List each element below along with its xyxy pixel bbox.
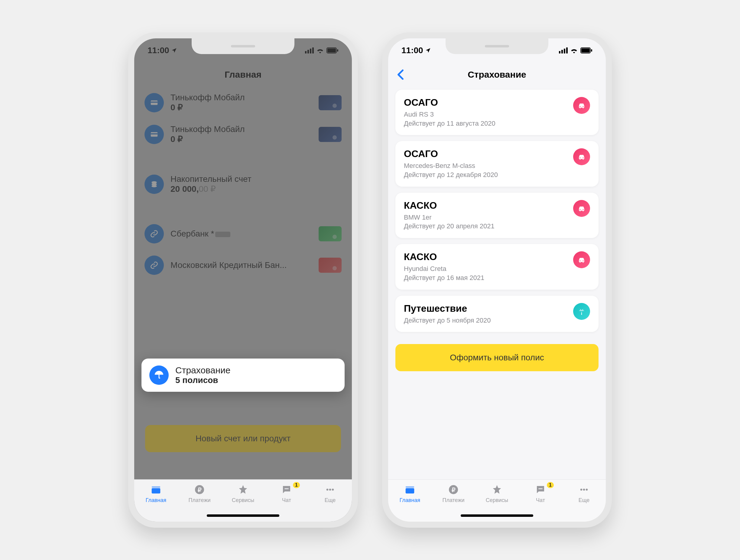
tab-label: Главная bbox=[146, 497, 167, 503]
policy-title: КАСКО bbox=[404, 251, 484, 262]
svg-point-18 bbox=[329, 489, 331, 491]
button-label: Оформить новый полис bbox=[450, 353, 544, 362]
policy-subtitle: Mercedes-Benz M-class bbox=[404, 161, 498, 171]
car-icon bbox=[573, 148, 590, 165]
tab-services[interactable]: Сервисы bbox=[475, 483, 519, 503]
tab-chat[interactable]: 1 Чат bbox=[265, 483, 308, 503]
insurance-title: Страхование bbox=[175, 365, 337, 375]
tab-label: Главная bbox=[400, 497, 421, 503]
battery-icon bbox=[580, 47, 592, 53]
wifi-icon bbox=[570, 47, 578, 53]
insurance-summary-card[interactable]: Страхование 5 полисов bbox=[142, 358, 345, 392]
tab-label: Еще bbox=[578, 497, 590, 503]
device-notch bbox=[446, 38, 548, 54]
svg-point-31 bbox=[583, 489, 585, 491]
policy-card[interactable]: КАСКО BMW 1er Действует до 20 апреля 202… bbox=[395, 193, 598, 238]
page-title: Страхование bbox=[468, 70, 526, 80]
svg-rect-24 bbox=[406, 486, 414, 488]
svg-point-14 bbox=[285, 488, 286, 489]
policy-title: ОСАГО bbox=[404, 97, 495, 108]
phone-mockup-right: 11:00 Страхование ОСАГО Audi RS 3 Действ… bbox=[382, 32, 612, 528]
device-notch bbox=[192, 38, 294, 54]
chat-icon bbox=[280, 483, 293, 496]
svg-point-16 bbox=[287, 488, 289, 489]
tab-payments[interactable]: ₽ Платежи bbox=[178, 483, 221, 503]
tab-label: Еще bbox=[325, 497, 336, 503]
tab-label: Платежи bbox=[442, 497, 464, 503]
policy-title: ОСАГО bbox=[404, 148, 498, 159]
policy-card[interactable]: ОСАГО Mercedes-Benz M-class Действует до… bbox=[395, 141, 598, 186]
svg-rect-22 bbox=[591, 49, 592, 51]
tab-home[interactable]: Главная bbox=[134, 483, 178, 503]
more-icon bbox=[578, 483, 590, 496]
svg-rect-10 bbox=[152, 488, 161, 493]
card-stack-icon bbox=[150, 483, 162, 496]
car-icon bbox=[573, 97, 590, 114]
tab-label: Чат bbox=[282, 497, 291, 503]
policy-card[interactable]: КАСКО Hyundai Creta Действует до 16 мая … bbox=[395, 244, 598, 290]
svg-point-17 bbox=[327, 489, 329, 491]
location-icon bbox=[425, 47, 431, 53]
chat-badge: 1 bbox=[293, 482, 300, 488]
policy-valid: Действует до 11 августа 2020 bbox=[404, 119, 495, 128]
svg-point-28 bbox=[540, 488, 541, 489]
cellular-icon bbox=[559, 47, 568, 53]
policy-card[interactable]: Путешествие Действует до 5 ноября 2020 bbox=[395, 296, 598, 332]
insurance-count: 5 полисов bbox=[175, 375, 337, 385]
chat-badge: 1 bbox=[547, 482, 554, 488]
svg-rect-11 bbox=[152, 486, 161, 488]
star-icon bbox=[491, 483, 503, 496]
svg-rect-23 bbox=[406, 488, 414, 493]
policy-subtitle: BMW 1er bbox=[404, 213, 494, 222]
policy-valid: Действует до 12 декабря 2020 bbox=[404, 171, 498, 180]
tab-label: Сервисы bbox=[486, 497, 508, 503]
svg-point-32 bbox=[586, 489, 588, 491]
svg-text:₽: ₽ bbox=[452, 486, 456, 493]
svg-point-30 bbox=[580, 489, 582, 491]
policy-valid: Действует до 20 апреля 2021 bbox=[404, 222, 494, 231]
car-icon bbox=[573, 200, 590, 217]
tab-more[interactable]: Еще bbox=[308, 483, 352, 503]
home-indicator bbox=[461, 515, 533, 517]
home-indicator bbox=[207, 515, 279, 517]
tab-services[interactable]: Сервисы bbox=[221, 483, 265, 503]
chat-icon bbox=[534, 483, 547, 496]
tab-more[interactable]: Еще bbox=[562, 483, 606, 503]
tab-label: Сервисы bbox=[232, 497, 255, 503]
svg-point-15 bbox=[286, 488, 287, 489]
policy-title: КАСКО bbox=[404, 200, 494, 211]
back-button[interactable] bbox=[397, 69, 404, 80]
car-icon bbox=[573, 251, 590, 268]
card-stack-icon bbox=[403, 483, 416, 496]
tab-home[interactable]: Главная bbox=[388, 483, 432, 503]
umbrella-icon bbox=[149, 365, 169, 385]
palm-icon bbox=[573, 303, 590, 320]
svg-point-19 bbox=[332, 489, 334, 491]
ruble-circle-icon: ₽ bbox=[447, 483, 460, 496]
policy-valid: Действует до 16 мая 2021 bbox=[404, 273, 484, 283]
policy-title: Путешествие bbox=[404, 303, 491, 314]
tab-payments[interactable]: ₽ Платежи bbox=[432, 483, 475, 503]
policy-subtitle: Hyundai Creta bbox=[404, 264, 484, 273]
policy-card[interactable]: ОСАГО Audi RS 3 Действует до 11 августа … bbox=[395, 90, 598, 135]
tab-label: Платежи bbox=[188, 497, 210, 503]
ruble-circle-icon: ₽ bbox=[193, 483, 206, 496]
svg-text:₽: ₽ bbox=[198, 486, 202, 493]
svg-point-29 bbox=[541, 488, 543, 489]
status-time: 11:00 bbox=[401, 45, 423, 55]
phone-mockup-left: 11:00 Главная Тинькофф Мобайл 0 ₽ bbox=[128, 32, 358, 528]
tab-chat[interactable]: 1 Чат bbox=[519, 483, 562, 503]
policy-subtitle: Audi RS 3 bbox=[404, 110, 495, 119]
dim-overlay bbox=[134, 38, 352, 522]
nav-bar: Страхование bbox=[388, 63, 606, 87]
policy-valid: Действует до 5 ноября 2020 bbox=[404, 316, 491, 325]
star-icon bbox=[237, 483, 249, 496]
svg-rect-21 bbox=[581, 48, 590, 52]
svg-point-27 bbox=[539, 488, 540, 489]
new-policy-button[interactable]: Оформить новый полис bbox=[395, 344, 598, 371]
more-icon bbox=[324, 483, 337, 496]
tab-label: Чат bbox=[536, 497, 545, 503]
